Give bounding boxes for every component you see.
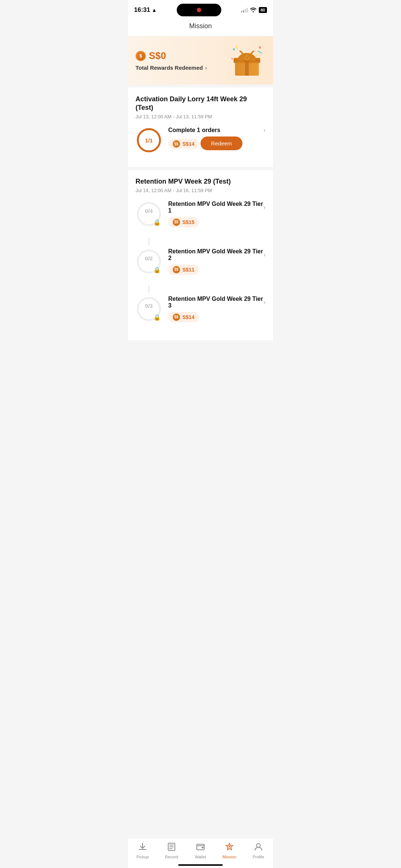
task-details-2-2: Retention MPV Gold Week 29 Tier 2 › $ S$… — [168, 248, 265, 279]
page-title: Mission — [189, 22, 212, 30]
chevron-right-icon: › — [205, 65, 207, 71]
task-title-2-2: Retention MPV Gold Week 29 Tier 2 — [168, 248, 264, 262]
progress-circle-1: 1/1 — [136, 127, 162, 154]
svg-point-3 — [231, 58, 233, 59]
redeem-button-1[interactable]: Redeem — [200, 137, 242, 150]
mission-2-date: Jul 14, 12:00 AM - Jul 16, 11:59 PM — [136, 188, 265, 193]
reward-badge-2-3: $ S$14 — [168, 312, 199, 322]
coin-icon-large — [136, 51, 146, 61]
status-bar: 16:31 ▲ 80 — [128, 0, 273, 19]
task-title-row-2-1[interactable]: Retention MPV Gold Week 29 Tier 1 › — [168, 201, 265, 214]
rewards-banner: S$0 Total Rewards Redeemed › — [128, 36, 273, 85]
rewards-amount: S$0 — [136, 50, 207, 62]
task-title-row-2-3[interactable]: Retention MPV Gold Week 29 Tier 3 › — [168, 296, 265, 309]
chevron-right-task-4-icon: › — [264, 299, 265, 306]
svg-point-2 — [255, 54, 257, 56]
mission-1-date: Jul 13, 12:00 AM - Jul 13, 11:59 PM — [136, 114, 265, 119]
mission-1-title: Activation Daily Lorry 14ft Week 29 (Tes… — [136, 95, 265, 112]
task-title-1: Complete 1 orders — [168, 127, 220, 134]
svg-line-5 — [258, 51, 262, 53]
chevron-right-task-icon: › — [264, 127, 265, 134]
reward-amount-2-2: S$11 — [182, 267, 195, 273]
reward-amount-1: S$14 — [182, 141, 195, 147]
rewards-label-row[interactable]: Total Rewards Redeemed › — [136, 65, 207, 71]
task-item-2-2: 0/2 🔒 Retention MPV Gold Week 29 Tier 2 … — [136, 248, 265, 279]
reward-amount-2-1: S$15 — [182, 219, 195, 225]
progress-circle-locked-1: 0/4 🔒 — [136, 201, 162, 227]
location-arrow-icon: ▲ — [151, 7, 157, 13]
svg-point-0 — [233, 48, 235, 50]
chevron-right-task-3-icon: › — [264, 251, 265, 258]
chevron-right-task-2-icon: › — [264, 204, 265, 211]
progress-text-locked-1: 0/4 — [145, 208, 153, 214]
coin-icon-sm-1: $ — [173, 140, 180, 148]
status-icons: 80 — [241, 7, 267, 13]
task-title-2-3: Retention MPV Gold Week 29 Tier 3 — [168, 296, 264, 309]
task-item-2-3: 0/3 🔒 Retention MPV Gold Week 29 Tier 3 … — [136, 296, 265, 327]
status-time: 16:31 ▲ — [134, 6, 157, 14]
progress-text-1: 1/1 — [145, 137, 153, 143]
task-details-1: Complete 1 orders › $ S$14 Redeem — [168, 127, 265, 154]
connector-line-2 — [149, 285, 149, 293]
task-item-1: 1/1 Complete 1 orders › $ S$14 Redeem — [136, 127, 265, 154]
coin-icon-sm-2-2: $ — [173, 266, 180, 273]
progress-circle-locked-2: 0/2 🔒 — [136, 248, 162, 275]
connector-line-1 — [149, 238, 149, 245]
signal-icon — [241, 7, 248, 13]
task-title-row-2-2[interactable]: Retention MPV Gold Week 29 Tier 2 › — [168, 248, 265, 262]
mission-card-1: Activation Daily Lorry 14ft Week 29 (Tes… — [128, 88, 273, 167]
reward-amount-2-3: S$14 — [182, 314, 195, 320]
gift-box-illustration — [228, 44, 265, 77]
coin-icon-sm-2-3: $ — [173, 313, 180, 321]
wifi-icon — [250, 7, 257, 13]
reward-badge-2-2: $ S$11 — [168, 264, 199, 275]
lock-icon-3: 🔒 — [153, 314, 161, 321]
dynamic-island — [177, 4, 221, 16]
lock-icon-1: 🔒 — [153, 219, 161, 226]
task-title-2-1: Retention MPV Gold Week 29 Tier 1 — [168, 201, 264, 214]
rewards-left: S$0 Total Rewards Redeemed › — [136, 50, 207, 71]
camera-dot — [197, 8, 201, 12]
coin-icon-sm-2-1: $ — [173, 218, 180, 226]
page-header: Mission — [128, 19, 273, 36]
task-item-2-1: 0/4 🔒 Retention MPV Gold Week 29 Tier 1 … — [136, 201, 265, 232]
lock-icon-2: 🔒 — [153, 266, 161, 273]
svg-point-14 — [245, 56, 248, 59]
task-details-2-1: Retention MPV Gold Week 29 Tier 1 › $ S$… — [168, 201, 265, 232]
mission-card-2: Retention MPV Week 29 (Test) Jul 14, 12:… — [128, 170, 273, 340]
reward-badge-1: $ S$14 — [168, 139, 199, 149]
task-details-2-3: Retention MPV Gold Week 29 Tier 3 › $ S$… — [168, 296, 265, 327]
svg-line-4 — [236, 46, 238, 49]
reward-badge-2-1: $ S$15 — [168, 217, 199, 227]
mission-2-title: Retention MPV Week 29 (Test) — [136, 177, 265, 186]
progress-text-locked-2: 0/2 — [145, 255, 153, 262]
battery-icon: 80 — [259, 7, 267, 13]
progress-circle-locked-3: 0/3 🔒 — [136, 296, 162, 322]
svg-point-1 — [259, 46, 261, 49]
task-title-row-1[interactable]: Complete 1 orders › — [168, 127, 265, 134]
progress-text-locked-3: 0/3 — [145, 303, 153, 309]
